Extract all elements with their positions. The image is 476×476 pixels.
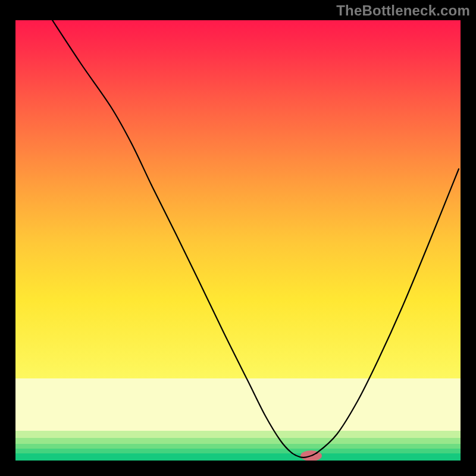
band-green-1 [15,444,461,449]
band-green-3 [15,453,461,461]
band-lime-2 [15,438,461,444]
chart-frame: TheBottleneck.com [0,0,476,476]
band-green-2 [15,449,461,453]
band-lime-1 [15,431,461,438]
chart-svg [15,20,461,461]
plot-area [15,20,461,461]
watermark-text: TheBottleneck.com [336,2,470,19]
band-pale-yellow [15,378,461,431]
